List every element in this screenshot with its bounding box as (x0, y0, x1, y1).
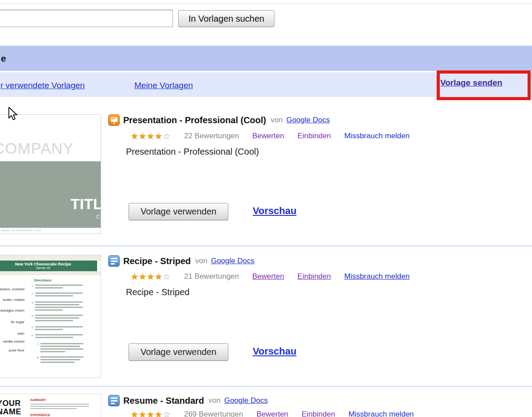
template-title-row: Resume - Standard von Google Docs (108, 395, 268, 406)
thumb-recipe-header: New York Cheesecake Recipe Serves 16 (0, 261, 97, 271)
use-template-button[interactable]: Vorlage verwenden (129, 203, 228, 220)
template-title: Presentation - Professional (Cool) (123, 115, 266, 125)
thumb-text-block: 4. (31, 315, 86, 323)
template-thumbnail-presentation[interactable]: COMPANY TITLE C EN - WWW.YOURCOMPANY.COM (0, 114, 101, 234)
gallery-title-bar (0, 46, 532, 71)
template-thumbnail-recipe[interactable]: New York Cheesecake Recipe Serves 16 ack… (0, 255, 101, 378)
rate-link[interactable]: Bewerten (252, 132, 284, 140)
ratings-count: 22 Bewertungen (184, 132, 239, 140)
thumb-slide-title: TITLE (70, 195, 101, 213)
nav-submit-template-link[interactable]: Vorlage senden (440, 78, 502, 88)
rate-link[interactable]: Bewerten (252, 272, 284, 281)
thumb-slide-subtitle-fragment: C (96, 214, 100, 219)
template-title: Recipe - Striped (123, 256, 191, 266)
template-gallery-page: In Vorlagen suchen e r verwendete Vorlag… (0, 0, 532, 417)
embed-link[interactable]: Einbinden (297, 132, 331, 140)
thumb-ingredient: ackers, crushed (0, 287, 24, 291)
template-meta-row: ★★★★☆ 22 Bewertungen Bewerten Einbinden … (131, 132, 410, 140)
thumb-footer-text: EN - WWW.YOURCOMPANY.COM (0, 229, 41, 232)
thumb-text-block: 3. (31, 301, 86, 312)
author-link[interactable]: Google Docs (211, 257, 254, 265)
thumb-ingredient: ite sugar (11, 320, 24, 324)
thumb-text-block: 7. (37, 343, 86, 354)
by-label: von (207, 396, 220, 405)
thumb-text-block: 1. (31, 284, 86, 290)
presentation-icon (108, 114, 120, 126)
thumb-directions-label: Directions (34, 278, 51, 282)
template-thumbnail-resume[interactable]: YOUR NAME SUMMARY EXPERIENCE (0, 394, 101, 417)
embed-link[interactable]: Einbinden (301, 410, 335, 417)
template-title-row: Recipe - Striped von Google Docs (108, 255, 254, 267)
thumb-summary-label: SUMMARY (30, 398, 46, 401)
author-link[interactable]: Google Docs (224, 396, 268, 405)
thumb-text-block: 8. (37, 356, 86, 364)
star-rating: ★★★★☆ (131, 410, 171, 417)
ratings-count: 21 Bewertungen (184, 272, 239, 281)
document-icon (108, 395, 120, 406)
by-label: von (194, 257, 207, 265)
thumb-text-block: 2. (31, 292, 86, 298)
template-description: Presentation - Professional (Cool) (126, 147, 259, 157)
use-template-button[interactable]: Vorlage verwenden (129, 343, 228, 361)
document-icon (108, 255, 120, 267)
star-rating: ★★★★☆ (131, 132, 171, 140)
preview-link[interactable]: Vorschau (253, 346, 297, 357)
search-input[interactable] (0, 10, 173, 27)
thumb-ingredient: pose flour (9, 348, 24, 352)
gallery-title-fragment: e (1, 53, 6, 64)
template-title-row: Presentation - Professional (Cool) von G… (108, 114, 330, 126)
thumb-ingredient: butter, melted (3, 298, 24, 302)
template-meta-row: ★★★★☆ 269 Bewertungen Bewerten Einbinden… (131, 410, 414, 417)
author-link[interactable]: Google Docs (286, 116, 330, 125)
search-templates-button[interactable]: In Vorlagen suchen (178, 10, 274, 27)
thumb-text-block: 5. (31, 326, 86, 331)
report-abuse-link[interactable]: Missbrauch melden (348, 410, 414, 417)
thumb-color-band (0, 161, 101, 228)
rate-link[interactable]: Bewerten (256, 410, 288, 417)
star-rating: ★★★★☆ (131, 273, 171, 281)
thumb-stripe-border (0, 255, 101, 261)
nav-my-templates[interactable]: Meine Vorlagen (134, 81, 193, 90)
thumb-text-block: 6. (31, 334, 86, 339)
template-meta-row: ★★★★☆ 21 Bewertungen Bewerten Einbinden … (131, 272, 410, 281)
by-label: von (270, 116, 282, 125)
thumb-resume-name: YOUR NAME (0, 399, 21, 416)
top-divider (0, 4, 532, 4)
thumb-company-text: COMPANY (0, 140, 74, 157)
thumb-ingredient: vanilla extract (3, 339, 24, 343)
nav-recently-used-templates[interactable]: r verwendete Vorlagen (0, 81, 85, 90)
thumb-experience-label: EXPERIENCE (30, 413, 50, 417)
thumb-ingredient: ackages cream (0, 308, 24, 312)
template-title: Resume - Standard (123, 396, 204, 406)
thumb-stripe-border (0, 271, 101, 275)
row-divider (0, 246, 532, 246)
preview-link[interactable]: Vorschau (253, 205, 297, 217)
ratings-count: 269 Bewertungen (184, 410, 243, 417)
thumb-ingredient: eam (17, 331, 24, 335)
report-abuse-link[interactable]: Missbrauch melden (344, 132, 409, 140)
report-abuse-link[interactable]: Missbrauch melden (344, 272, 409, 281)
thumb-text-block (30, 404, 92, 410)
embed-link[interactable]: Einbinden (297, 272, 331, 281)
template-description: Recipe - Striped (126, 287, 189, 297)
row-divider (0, 386, 532, 387)
